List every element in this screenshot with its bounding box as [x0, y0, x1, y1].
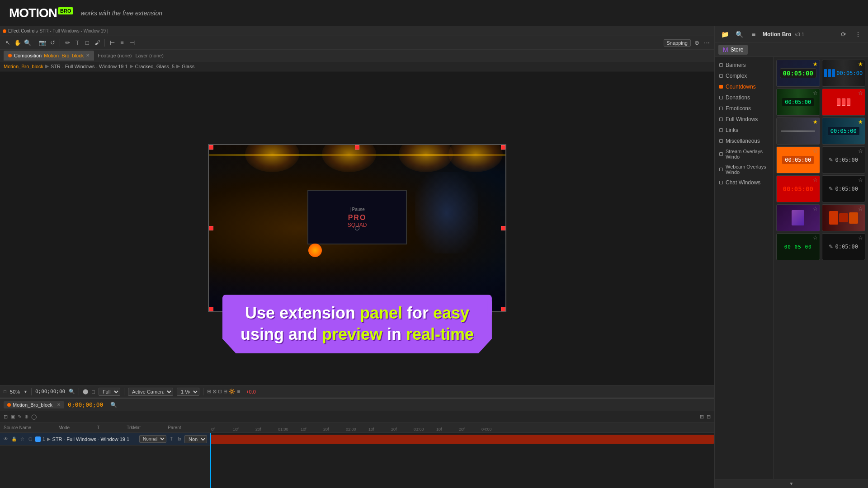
composition-tab[interactable]: Composition Motion_Bro_block ✕ [4, 51, 94, 61]
tl-ctrl-icon-1[interactable]: ⊡ [4, 414, 8, 420]
snap-toggle-icon[interactable]: ⊕ [693, 39, 701, 47]
layer-lock-icon[interactable]: 🔒 [11, 436, 17, 442]
mb-folder-icon[interactable]: 📁 [719, 29, 730, 40]
breadcrumb-item-1[interactable]: Motion_Bro_block [4, 64, 43, 69]
text-tool-icon[interactable]: T [73, 39, 81, 47]
cat-item-miscellaneous[interactable]: Miscellaneous [715, 136, 773, 146]
align-left-icon[interactable]: ⊢ [108, 39, 116, 47]
breadcrumb-item-3[interactable]: Cracked_Glass_5 [135, 64, 175, 69]
tl-timecode[interactable]: 0;00;00;00 [68, 401, 103, 408]
thumb-item-9[interactable]: ☆ 00:05:00 [776, 175, 820, 202]
thumb-col-1 [829, 211, 838, 225]
thumb-item-2[interactable]: ★ 00:05:00 [822, 60, 866, 87]
thumb-item-3[interactable]: ☆ 00:05:00 [776, 89, 820, 116]
thumb-item-11[interactable]: ☆ [776, 204, 820, 231]
align-right-icon[interactable]: ⊣ [128, 39, 136, 47]
quality-select[interactable]: Full [99, 388, 120, 396]
tl-ctrl-icon-4[interactable]: ⊕ [24, 414, 28, 420]
cat-item-full-windows[interactable]: Full Windows [715, 114, 773, 125]
comp-tab-close-icon[interactable]: ✕ [86, 53, 90, 58]
layer-preserve-icon[interactable]: T [168, 436, 175, 442]
views-select[interactable]: 1 View [177, 388, 199, 396]
cat-item-chat-windows[interactable]: Chat Windows [715, 177, 773, 188]
timeline-tab[interactable]: Motion_Bro_block ✕ [4, 401, 64, 408]
thumb-star-9[interactable]: ☆ [813, 177, 818, 183]
brush-tool-icon[interactable]: 🖌 [93, 39, 101, 47]
layer-mode-select[interactable]: Normal [139, 435, 166, 443]
cat-item-countdowns[interactable]: Countdowns [715, 81, 773, 92]
timecode-search-icon[interactable]: 🔍 [69, 389, 75, 394]
thumb-item-8[interactable]: ☆ ✎ 0:05:00 [822, 146, 866, 174]
snapping-button[interactable]: Snapping [664, 39, 691, 47]
cat-item-complex[interactable]: Complex [715, 70, 773, 81]
arrow-tool-icon[interactable]: ↖ [4, 39, 12, 47]
thumb-star-10[interactable]: ☆ [858, 177, 863, 183]
scroll-down-button[interactable]: ▼ [715, 479, 868, 488]
thumb-star-4[interactable]: ☆ [858, 90, 863, 96]
thumb-star-2[interactable]: ★ [858, 61, 863, 67]
tl-ctrl-icon-6[interactable]: ⊞ [700, 414, 704, 420]
thumb-star-13[interactable]: ☆ [813, 235, 818, 241]
timeline-header: Motion_Bro_block ✕ 0;00;00;00 🔍 [0, 399, 714, 411]
thumb-star-7[interactable]: ☆ [813, 148, 818, 154]
hand-tool-icon[interactable]: ✋ [14, 39, 22, 47]
thumb-star-12[interactable]: ☆ [858, 206, 863, 212]
zoom-tool-icon[interactable]: 🔍 [24, 39, 32, 47]
thumb-item-4[interactable]: ☆ [822, 89, 866, 116]
cat-label-miscellaneous: Miscellaneous [726, 138, 760, 144]
thumb-star-5[interactable]: ★ [813, 119, 818, 125]
view-select[interactable]: Active Camera [128, 388, 173, 396]
thumb-item-5[interactable]: ★ [776, 117, 820, 145]
tl-ctrl-icon-3[interactable]: ✎ [18, 414, 22, 420]
layer-effects-icon[interactable]: fx [176, 436, 183, 442]
thumb-item-13[interactable]: ☆ 00 05 00 [776, 233, 820, 260]
zoom-dropdown-icon[interactable]: ▼ [24, 389, 28, 394]
thumb-star-11[interactable]: ☆ [813, 206, 818, 212]
tl-tab-close-icon[interactable]: ✕ [57, 402, 61, 407]
mb-settings-icon[interactable]: ≡ [748, 29, 759, 40]
cta-box: Use extension panel for easy using and p… [222, 295, 492, 353]
tl-ctrl-icon-7[interactable]: ⊟ [707, 414, 711, 420]
camera-tool-icon[interactable]: 📷 [38, 39, 47, 47]
store-tab[interactable]: M Store [718, 45, 748, 55]
breadcrumb-item-4[interactable]: Glass [182, 64, 194, 69]
thumb-item-6[interactable]: ★ 00:05:00 [822, 117, 866, 145]
zoom-level[interactable]: 50% [10, 389, 20, 394]
mb-menu-icon[interactable]: ⋮ [853, 29, 863, 40]
cat-item-webcam-overlays[interactable]: Webcam Overlays Windo [715, 162, 773, 177]
shapes-tool-icon[interactable]: □ [83, 39, 91, 47]
tl-ctrl-icon-2[interactable]: ▣ [10, 414, 15, 420]
thumb-star-3[interactable]: ☆ [813, 90, 818, 96]
snap-options-icon[interactable]: ⋯ [703, 39, 711, 47]
thumb-item-14[interactable]: ☆ ✎ 0:05:00 [822, 233, 866, 260]
mb-search-icon[interactable]: 🔍 [734, 29, 745, 40]
layer-trkmat-select[interactable]: None [184, 435, 207, 443]
layer-solo-icon[interactable]: ☆ [19, 436, 25, 442]
timeline-playhead[interactable] [210, 433, 211, 488]
pen-tool-icon[interactable]: ✏ [63, 39, 71, 47]
cat-item-links[interactable]: Links [715, 125, 773, 136]
thumb-star-6[interactable]: ★ [858, 119, 863, 125]
cat-item-emoticons[interactable]: Emoticons [715, 103, 773, 114]
layer-eye-icon[interactable]: 👁 [3, 436, 9, 442]
timecode-display[interactable]: 0;00;00;00 [35, 389, 65, 394]
tl-ctrl-icon-5[interactable]: ◯ [31, 414, 37, 420]
thumb-item-12[interactable]: ☆ [822, 204, 866, 231]
layer-shy-icon[interactable]: ⬡ [27, 436, 33, 442]
cat-item-donations[interactable]: Donations [715, 92, 773, 103]
thumb-item-1[interactable]: ★ 00:05:00 [776, 60, 820, 87]
thumb-star-1[interactable]: ★ [813, 61, 818, 67]
thumb-star-8[interactable]: ☆ [858, 148, 863, 154]
thumb-item-7[interactable]: ☆ 00:05:00 [776, 146, 820, 174]
layer-name[interactable]: STR - Full Windows - Window 19 1 [52, 436, 137, 442]
breadcrumb-item-2[interactable]: STR - Full Windows - Window 19 1 [51, 64, 128, 69]
cat-item-stream-overlays[interactable]: Stream Overlays Windo [715, 146, 773, 162]
comp-tab-dot [8, 54, 12, 57]
thumb-star-14[interactable]: ☆ [858, 235, 863, 241]
rotate-tool-icon[interactable]: ↺ [48, 39, 57, 47]
mb-sync-icon[interactable]: ⟳ [838, 29, 849, 40]
cat-item-banners[interactable]: Banners [715, 60, 773, 70]
thumb-item-10[interactable]: ☆ ✎ 0:05:00 [822, 175, 866, 202]
tl-search-icon[interactable]: 🔍 [110, 402, 117, 408]
align-center-icon[interactable]: ≡ [118, 39, 126, 47]
